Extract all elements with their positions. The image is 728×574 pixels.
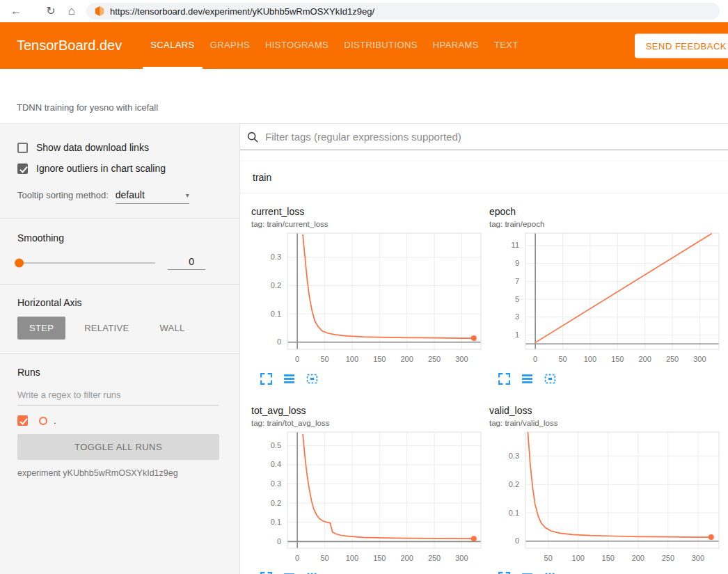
run-checkbox[interactable]: [17, 415, 28, 426]
svg-text:0.4: 0.4: [271, 460, 281, 468]
svg-text:300: 300: [693, 355, 706, 363]
run-row[interactable]: .: [17, 415, 219, 426]
chart-title: valid_loss: [489, 404, 727, 417]
back-icon[interactable]: ←: [8, 0, 24, 22]
chart-title: epoch: [489, 205, 727, 218]
svg-text:0: 0: [533, 355, 537, 363]
tag-filter-row: [240, 124, 728, 150]
svg-text:11: 11: [512, 241, 519, 249]
tab-distributions[interactable]: DISTRIBUTIONS: [336, 22, 425, 69]
axis-button-wall[interactable]: WALL: [148, 317, 196, 340]
chart-plot-current_loss[interactable]: 05010015020025030000.10.20.3: [251, 230, 486, 369]
data-table-icon[interactable]: [283, 372, 296, 385]
svg-text:0: 0: [515, 536, 519, 545]
show-download-checkbox[interactable]: [17, 143, 28, 153]
smoothing-label: Smoothing: [17, 232, 219, 244]
show-download-label: Show data download links: [36, 142, 149, 153]
app-title[interactable]: TensorBoard.dev: [0, 38, 122, 54]
tag-filter-input[interactable]: [265, 131, 722, 143]
tooltip-sorting-value: default: [116, 189, 145, 200]
run-name: .: [54, 415, 56, 426]
fullscreen-icon[interactable]: [498, 372, 512, 385]
svg-text:200: 200: [639, 355, 651, 363]
tooltip-sorting-row: Tooltip sorting method: default ▾: [17, 189, 219, 204]
runs-filter-input[interactable]: [17, 385, 219, 406]
send-feedback-button[interactable]: SEND FEEDBACK: [635, 33, 728, 58]
address-bar[interactable]: https://tensorboard.dev/experiment/yKUbh…: [86, 3, 720, 19]
reload-icon[interactable]: ↻: [43, 0, 58, 22]
main-panel: train current_losstag: train/current_los…: [240, 124, 728, 574]
svg-text:0.3: 0.3: [271, 253, 281, 261]
svg-text:200: 200: [632, 554, 644, 562]
smoothing-slider-thumb[interactable]: [15, 259, 24, 268]
fit-domain-icon[interactable]: [306, 571, 319, 574]
run-color-swatch-icon: [39, 417, 47, 425]
chart-plot-epoch[interactable]: 0501001502002503001357911: [489, 230, 724, 369]
charts-grid: current_losstag: train/current_loss05010…: [240, 193, 728, 574]
svg-text:100: 100: [346, 554, 358, 562]
svg-text:250: 250: [662, 554, 674, 562]
fullscreen-icon[interactable]: [498, 571, 512, 574]
tab-graphs[interactable]: GRAPHS: [203, 22, 258, 69]
svg-text:0.1: 0.1: [271, 518, 281, 526]
experiment-id-label: experiment yKUbhb5wRmOSXYkId1z9eg: [17, 468, 219, 478]
tensorboard-favicon-icon: [95, 6, 104, 16]
chart-toolbar: [489, 571, 727, 574]
svg-text:50: 50: [320, 554, 329, 562]
svg-text:300: 300: [455, 355, 468, 363]
chart-title: current_loss: [251, 205, 489, 218]
svg-text:0.5: 0.5: [271, 441, 281, 449]
horizontal-axis-buttons: STEPRELATIVEWALL: [17, 317, 219, 340]
svg-text:0.2: 0.2: [509, 480, 519, 488]
svg-text:250: 250: [666, 355, 679, 363]
url-text: https://tensorboard.dev/experiment/yKUbh…: [110, 6, 374, 17]
svg-text:250: 250: [428, 554, 441, 562]
chart-plot-tot_avg_loss[interactable]: 05010015020025030000.10.20.30.40.5: [251, 429, 486, 568]
tooltip-sorting-select[interactable]: default ▾: [116, 189, 189, 204]
tab-scalars[interactable]: SCALARS: [143, 22, 203, 69]
fullscreen-icon[interactable]: [260, 571, 274, 574]
smoothing-slider[interactable]: [17, 262, 155, 264]
settings-sidebar: Show data download links Ignore outliers…: [0, 124, 240, 574]
svg-text:0.1: 0.1: [509, 509, 519, 517]
axis-button-step[interactable]: STEP: [17, 317, 65, 340]
axis-button-relative[interactable]: RELATIVE: [72, 317, 141, 340]
show-download-row[interactable]: Show data download links: [17, 139, 219, 156]
svg-text:0.3: 0.3: [509, 452, 519, 460]
data-table-icon[interactable]: [521, 372, 535, 385]
divider: [0, 284, 239, 285]
chart-toolbar: [489, 372, 727, 385]
tab-histograms[interactable]: HISTOGRAMS: [258, 22, 336, 69]
fit-domain-icon[interactable]: [544, 571, 557, 574]
tab-text[interactable]: TEXT: [486, 22, 526, 69]
data-table-icon[interactable]: [283, 571, 296, 574]
chart-plot-valid_loss[interactable]: 5010015020025030000.10.20.3: [489, 429, 724, 568]
ignore-outliers-label: Ignore outliers in chart scaling: [36, 163, 166, 174]
experiment-title-bar: TDNN training for yesno with icefall: [0, 69, 728, 123]
app-header: TensorBoard.dev SCALARSGRAPHSHISTOGRAMSD…: [0, 22, 728, 69]
data-table-icon[interactable]: [521, 571, 535, 574]
divider: [0, 218, 239, 218]
fullscreen-icon[interactable]: [260, 372, 274, 385]
experiment-title: TDNN training for yesno with icefall: [17, 102, 158, 113]
chevron-down-icon: ▾: [186, 191, 189, 199]
tooltip-sorting-label: Tooltip sorting method:: [17, 190, 109, 200]
svg-text:200: 200: [401, 554, 413, 562]
tab-hparams[interactable]: HPARAMS: [425, 22, 486, 69]
fit-domain-icon[interactable]: [306, 372, 319, 385]
ignore-outliers-checkbox[interactable]: [17, 164, 28, 174]
chart-card-tot_avg_loss: tot_avg_losstag: train/tot_avg_loss05010…: [251, 404, 489, 574]
chart-tag: tag: train/current_loss: [251, 218, 489, 230]
tag-group-header-train[interactable]: train: [240, 161, 728, 193]
smoothing-value[interactable]: 0: [168, 256, 205, 270]
ignore-outliers-row[interactable]: Ignore outliers in chart scaling: [17, 160, 219, 177]
runs-label: Runs: [17, 367, 219, 378]
chart-title: tot_avg_loss: [251, 404, 489, 417]
svg-text:100: 100: [584, 355, 596, 363]
browser-toolbar: ← ↻ ⌂ https://tensorboard.dev/experiment…: [0, 0, 728, 22]
svg-text:0: 0: [295, 355, 299, 363]
toggle-all-runs-button[interactable]: TOGGLE ALL RUNS: [17, 434, 219, 460]
home-icon[interactable]: ⌂: [64, 0, 79, 22]
fit-domain-icon[interactable]: [544, 372, 557, 385]
nav-tabs: SCALARSGRAPHSHISTOGRAMSDISTRIBUTIONSHPAR…: [143, 22, 526, 69]
